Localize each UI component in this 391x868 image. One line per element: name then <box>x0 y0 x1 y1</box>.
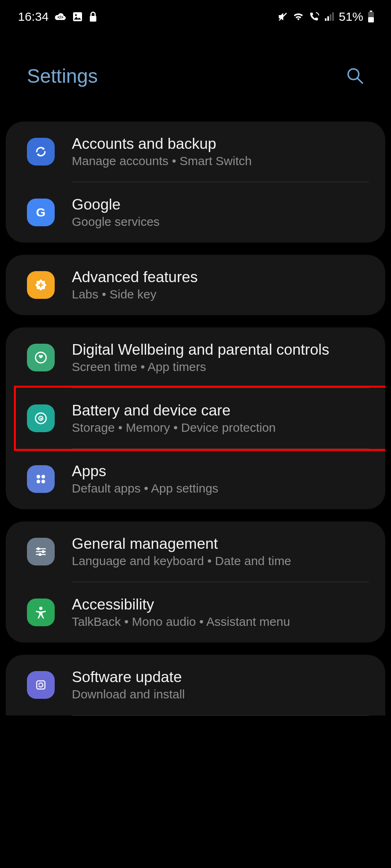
settings-group: General management Language and keyboard… <box>6 521 385 643</box>
svg-rect-1 <box>73 12 82 21</box>
settings-item-subtitle: Labs • Side key <box>72 287 369 301</box>
mute-icon <box>278 11 288 22</box>
sliders-icon <box>27 538 55 565</box>
battery-percent: 51% <box>339 10 363 24</box>
signal-icon <box>324 12 335 22</box>
settings-item-title: Accounts and backup <box>72 135 369 152</box>
svg-text:</>: </> <box>58 15 64 20</box>
svg-rect-9 <box>370 11 372 12</box>
settings-item-title: Accessibility <box>72 596 369 613</box>
settings-item-title: Software update <box>72 669 369 686</box>
page-header: Settings <box>0 30 391 121</box>
status-left: 16:34 </> <box>18 10 98 24</box>
wifi-calling-icon <box>309 11 320 22</box>
cloud-icon: </> <box>54 12 67 22</box>
svg-point-30 <box>39 607 42 610</box>
settings-group: Software update Download and install <box>6 655 385 716</box>
search-icon <box>345 66 365 86</box>
svg-rect-7 <box>330 14 331 21</box>
image-icon <box>72 11 83 22</box>
settings-item-accessibility[interactable]: Accessibility TalkBack • Mono audio • As… <box>6 582 385 643</box>
svg-point-29 <box>39 553 42 556</box>
settings-item-apps[interactable]: Apps Default apps • App settings <box>6 449 385 509</box>
settings-item-title: Battery and device care <box>72 402 369 419</box>
settings-group: Accounts and backup Manage accounts • Sm… <box>6 121 385 243</box>
accessibility-icon <box>27 599 55 626</box>
svg-rect-11 <box>368 17 374 22</box>
device-care-icon <box>27 404 55 432</box>
settings-item-subtitle: Storage • Memory • Device protection <box>72 421 369 435</box>
settings-item-general[interactable]: General management Language and keyboard… <box>6 521 385 582</box>
svg-rect-8 <box>332 12 334 21</box>
settings-item-battery[interactable]: Battery and device care Storage • Memory… <box>6 388 385 448</box>
update-icon <box>27 671 55 699</box>
settings-item-subtitle: Screen time • App timers <box>72 360 369 374</box>
settings-item-accounts[interactable]: Accounts and backup Manage accounts • Sm… <box>6 121 385 182</box>
settings-item-subtitle: Language and keyboard • Date and time <box>72 554 369 568</box>
settings-group: Advanced features Labs • Side key <box>6 255 385 315</box>
google-icon: G <box>27 199 55 226</box>
svg-rect-3 <box>90 16 96 22</box>
settings-item-update[interactable]: Software update Download and install <box>6 655 385 715</box>
wellbeing-icon <box>27 344 55 371</box>
battery-icon <box>367 11 375 23</box>
svg-rect-6 <box>327 16 329 21</box>
svg-point-27 <box>42 550 45 553</box>
plus-badge-icon <box>27 271 55 299</box>
settings-item-google[interactable]: G Google Google services <box>6 182 385 243</box>
search-button[interactable] <box>342 63 368 89</box>
settings-item-title: Google <box>72 196 369 213</box>
settings-group: Digital Wellbeing and parental controls … <box>6 327 385 509</box>
svg-point-23 <box>42 480 45 484</box>
sync-icon <box>27 138 55 166</box>
status-bar: 16:34 </> 51% <box>0 0 391 30</box>
svg-rect-5 <box>325 18 327 21</box>
settings-item-wellbeing[interactable]: Digital Wellbeing and parental controls … <box>6 327 385 388</box>
apps-icon <box>27 465 55 493</box>
settings-item-subtitle: Google services <box>72 215 369 229</box>
svg-point-25 <box>37 548 40 550</box>
status-time: 16:34 <box>18 10 49 24</box>
lock-icon <box>89 11 98 22</box>
wifi-icon <box>292 12 304 22</box>
svg-point-22 <box>37 480 40 484</box>
svg-rect-31 <box>37 681 45 689</box>
page-title: Settings <box>27 65 98 87</box>
settings-item-subtitle: Manage accounts • Smart Switch <box>72 154 369 168</box>
settings-item-advanced[interactable]: Advanced features Labs • Side key <box>6 255 385 315</box>
divider <box>72 715 369 716</box>
settings-content: Accounts and backup Manage accounts • Sm… <box>0 121 391 716</box>
svg-point-21 <box>42 475 45 479</box>
svg-line-13 <box>358 78 362 83</box>
status-right: 51% <box>278 10 375 24</box>
svg-point-2 <box>75 14 77 16</box>
settings-item-subtitle: TalkBack • Mono audio • Assistant menu <box>72 615 369 629</box>
settings-item-title: Advanced features <box>72 269 369 286</box>
svg-text:G: G <box>36 205 45 219</box>
svg-point-20 <box>37 475 40 479</box>
settings-item-subtitle: Download and install <box>72 687 369 701</box>
settings-item-title: General management <box>72 535 369 552</box>
settings-item-title: Apps <box>72 463 369 480</box>
settings-item-subtitle: Default apps • App settings <box>72 481 369 495</box>
settings-item-title: Digital Wellbeing and parental controls <box>72 341 369 358</box>
